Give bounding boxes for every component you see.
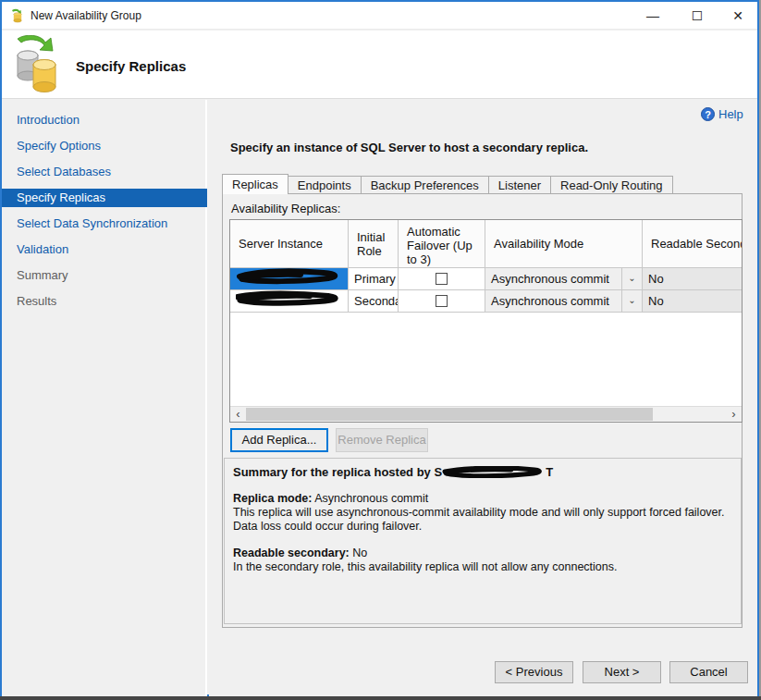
replicas-tab-page: Availability Replicas: Server Instance I…	[222, 193, 743, 628]
readable-secondary-description: In the secondary role, this availability…	[233, 560, 618, 573]
help-link[interactable]: ? Help	[701, 106, 743, 121]
tab-read-only-routing[interactable]: Read-Only Routing	[550, 176, 673, 194]
replica-mode-value: Asynchronous commit	[314, 492, 428, 505]
automatic-failover-checkbox[interactable]	[436, 295, 448, 307]
sidebar-item-select-data-synchronization[interactable]: Select Data Synchronization	[2, 215, 207, 233]
wizard-header: Specify Replicas	[2, 31, 757, 99]
help-icon: ?	[701, 107, 715, 121]
sidebar-item-specify-replicas[interactable]: Specify Replicas	[2, 189, 207, 207]
server-instance-cell-redacted[interactable]	[230, 290, 349, 313]
previous-button[interactable]: < Previous	[495, 661, 573, 683]
tab-listener[interactable]: Listener	[488, 176, 551, 194]
automatic-failover-checkbox[interactable]	[436, 273, 448, 285]
replica-mode-label: Replica mode:	[233, 492, 312, 505]
add-replica-button[interactable]: Add Replica...	[230, 428, 328, 452]
tab-replicas[interactable]: Replicas	[222, 174, 288, 194]
automatic-failover-cell[interactable]	[399, 290, 485, 313]
redaction-scribble	[236, 268, 345, 285]
readable-secondary-block: Readable secondary: No In the secondary …	[233, 546, 732, 574]
initial-role-cell: Primary	[349, 268, 399, 290]
scroll-left-icon[interactable]: ‹	[230, 407, 246, 422]
redaction-scribble	[236, 290, 345, 307]
sidebar-item-results: Results	[2, 292, 207, 311]
wizard-content: ? Help Specify an instance of SQL Server…	[209, 100, 757, 696]
sidebar-item-introduction[interactable]: Introduction	[2, 111, 207, 129]
replica-row-primary[interactable]: Primary Asynchronous commit ⌄ No	[230, 268, 743, 290]
readable-secondary-value: No	[352, 546, 367, 559]
availability-replicas-label: Availability Replicas:	[231, 202, 340, 215]
sidebar-item-specify-options[interactable]: Specify Options	[2, 137, 207, 155]
column-header-automatic-failover[interactable]: Automatic Failover (Up to 3)	[399, 220, 485, 268]
scroll-right-icon[interactable]: ›	[726, 407, 742, 422]
summary-title: Summary for the replica hosted by S T	[233, 465, 732, 479]
window-title: New Availability Group	[31, 9, 141, 22]
readable-secondary-cell: No	[643, 290, 743, 313]
grid-header-row: Server Instance Initial Role Automatic F…	[230, 220, 743, 268]
sidebar-item-select-databases[interactable]: Select Databases	[2, 163, 207, 181]
replicas-database-icon	[14, 35, 60, 92]
server-instance-cell-redacted[interactable]	[230, 268, 349, 290]
scrollbar-thumb[interactable]	[246, 408, 653, 421]
close-button[interactable]: ✕	[719, 2, 756, 30]
help-label: Help	[718, 107, 743, 121]
next-button[interactable]: Next >	[583, 661, 661, 683]
readable-secondary-label: Readable secondary:	[233, 546, 350, 559]
availability-group-icon	[10, 8, 25, 23]
column-header-availability-mode[interactable]: Availability Mode	[485, 220, 643, 268]
horizontal-scrollbar[interactable]: ‹ ›	[230, 406, 742, 422]
remove-replica-button: Remove Replica	[336, 428, 428, 452]
availability-replicas-grid[interactable]: Server Instance Initial Role Automatic F…	[229, 219, 743, 423]
chevron-down-icon[interactable]: ⌄	[621, 290, 642, 312]
availability-mode-value: Asynchronous commit	[491, 294, 609, 308]
availability-mode-dropdown[interactable]: Asynchronous commit ⌄	[485, 290, 643, 313]
cancel-button[interactable]: Cancel	[669, 661, 748, 683]
dialog-window: New Availability Group — ☐ ✕ Specify Rep…	[0, 0, 759, 696]
chevron-down-icon[interactable]: ⌄	[621, 268, 642, 289]
initial-role-cell: Secondary	[349, 290, 399, 313]
replica-row-secondary[interactable]: Secondary Asynchronous commit ⌄ No	[230, 290, 743, 313]
tab-endpoints[interactable]: Endpoints	[288, 176, 362, 194]
readable-secondary-cell: No	[643, 268, 743, 290]
column-header-readable-secondary[interactable]: Readable Secondary	[643, 220, 743, 268]
column-header-server-instance[interactable]: Server Instance	[230, 220, 349, 268]
sidebar-item-summary: Summary	[2, 266, 207, 285]
maximize-button[interactable]: ☐	[679, 2, 716, 30]
redaction-scribble	[442, 466, 546, 478]
summary-title-suffix: T	[546, 465, 553, 479]
availability-mode-dropdown[interactable]: Asynchronous commit ⌄	[485, 268, 643, 290]
instruction-text: Specify an instance of SQL Server to hos…	[230, 141, 588, 154]
minimize-button[interactable]: —	[634, 2, 671, 30]
title-bar: New Availability Group — ☐ ✕	[2, 2, 757, 30]
summary-title-prefix: Summary for the replica hosted by S	[233, 465, 442, 479]
availability-mode-value: Asynchronous commit	[491, 272, 609, 286]
tab-backup-preferences[interactable]: Backup Preferences	[361, 176, 489, 194]
sidebar-item-validation[interactable]: Validation	[2, 240, 207, 259]
automatic-failover-cell[interactable]	[399, 268, 485, 290]
column-header-initial-role[interactable]: Initial Role	[349, 220, 399, 268]
replica-mode-description: This replica will use asynchronous-commi…	[233, 506, 724, 533]
window-shadow	[0, 696, 761, 700]
replica-summary-panel: Summary for the replica hosted by S T Re…	[224, 458, 742, 624]
tab-strip: Replicas Endpoints Backup Preferences Li…	[222, 174, 672, 194]
wizard-steps-sidebar: Introduction Specify Options Select Data…	[2, 100, 207, 696]
page-title: Specify Replicas	[76, 58, 186, 74]
replica-mode-block: Replica mode: Asynchronous commit This r…	[233, 492, 732, 534]
